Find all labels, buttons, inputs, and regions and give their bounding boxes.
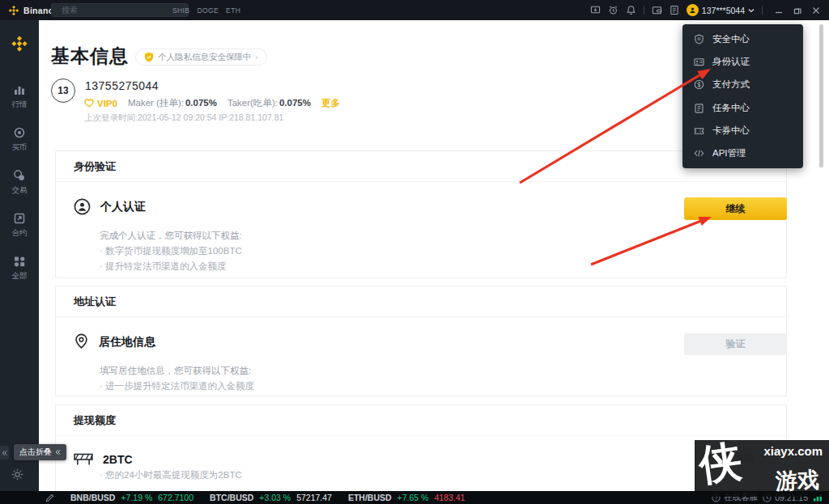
ticker-change: +3.03 %	[259, 493, 291, 502]
continue-button[interactable]: 继续	[684, 197, 787, 220]
desktop-app-icon[interactable]	[590, 5, 601, 15]
ticker-pair[interactable]: BTC/BUSD	[210, 493, 253, 502]
shield-icon	[694, 34, 704, 44]
vip-heart-icon	[84, 99, 94, 108]
privacy-protection-badge[interactable]: 个人隐私信息安全保障中 ›	[135, 49, 267, 66]
maker-fee: Maker (挂单):0.075%	[128, 97, 217, 109]
privacy-badge-text: 个人隐私信息安全保障中	[158, 52, 252, 63]
menu-item-coupon-center[interactable]: 卡券中心	[682, 119, 803, 142]
collapse-arrow-icon	[2, 450, 7, 456]
binance-logo-icon	[8, 5, 19, 16]
person-circle-icon	[74, 198, 91, 215]
menu-item-label: 卡券中心	[712, 125, 750, 137]
topbar-divider	[644, 6, 644, 15]
ticker-price: 672.7100	[158, 493, 193, 502]
contract-icon	[13, 212, 26, 225]
sidebar-item-trade[interactable]: 交易	[12, 169, 28, 196]
user-avatar-icon	[687, 4, 699, 16]
card-title: 提现额度	[56, 405, 786, 436]
identity-verification-card: 身份验证 个人认证 完成个人认证，您可获得以下权益: · 数字货币提现额度增加至…	[55, 150, 787, 278]
sidebar-item-futures[interactable]: 合约	[12, 212, 28, 239]
withdrawal-limit-value: 2BTC	[103, 453, 133, 466]
withdrawal-limit-card: 提现额度 2BTC · 您的24小时最高提现额度为2BTC	[55, 404, 787, 498]
ticker-price: 4183.41	[434, 493, 465, 502]
account-id: 13755275044	[85, 79, 159, 92]
taker-fee: Taker(吃单):0.075%	[227, 97, 311, 109]
menu-item-identity-verification[interactable]: 身份认证	[682, 50, 803, 73]
vip-fee-row: VIP0 Maker (挂单):0.075% Taker(吃单):0.075% …	[84, 97, 340, 109]
search-input[interactable]	[62, 6, 168, 15]
window-controls	[770, 6, 825, 15]
wallet-icon[interactable]	[652, 5, 662, 15]
grid-shapes-icon	[13, 255, 26, 268]
menu-item-payment-methods[interactable]: 支付方式	[682, 74, 803, 96]
topbar-divider	[762, 6, 763, 15]
alarm-icon[interactable]	[608, 5, 619, 15]
settings-gear-icon[interactable]	[11, 468, 24, 485]
pencil-icon[interactable]	[45, 493, 54, 502]
vip-level-tag[interactable]: VIP0	[84, 99, 117, 108]
menu-item-task-center[interactable]: 任务中心	[682, 96, 803, 119]
menu-item-label: 身份认证	[712, 56, 750, 68]
residence-info-row: 居住地信息	[74, 333, 786, 350]
shield-check-icon	[144, 52, 154, 62]
search-box[interactable]: SHIB DOGE ETH	[51, 3, 189, 17]
ticker-pairs: BNB/BUSD +7.19 % 672.7100 BTC/BUSD +3.03…	[45, 493, 465, 502]
ticker-price: 57217.47	[296, 493, 332, 502]
close-icon[interactable]	[812, 6, 820, 15]
sidebar-item-label: 全部	[12, 271, 28, 282]
card-title: 地址认证	[56, 286, 786, 317]
coins-exchange-icon	[13, 169, 26, 182]
watermark-name-right: 游戏	[775, 465, 819, 496]
hot-search-tags: SHIB DOGE ETH	[172, 6, 240, 15]
minimize-icon[interactable]	[775, 6, 783, 15]
orders-icon[interactable]	[670, 5, 679, 15]
user-menu-trigger[interactable]: 137***5044	[687, 4, 755, 16]
address-verification-card: 地址认证 居住地信息 填写居住地信息，您可获得以下权益: · 进一步提升特定法币…	[55, 286, 787, 396]
collapse-tooltip-text: 点击折叠	[19, 447, 52, 458]
notification-bell-icon[interactable]	[626, 5, 636, 15]
verify-button[interactable]: 验证	[684, 333, 787, 355]
residence-info-title: 居住地信息	[99, 335, 155, 349]
maximize-icon[interactable]	[793, 6, 801, 15]
fees-more-link[interactable]: 更多	[321, 97, 340, 109]
page-scrollbar-thumb[interactable]	[819, 24, 823, 167]
menu-item-label: 任务中心	[712, 102, 750, 114]
sidebar-item-markets[interactable]: 行情	[12, 83, 28, 110]
sidebar-item-buy-crypto[interactable]: 买币	[12, 126, 28, 153]
site-watermark: xiayx.com 侠 游戏	[695, 440, 829, 497]
last-login-info: 上次登录时间:2021-05-12 09:20:54 IP:218.81.107…	[84, 112, 283, 124]
chevron-right-icon: ›	[256, 53, 258, 61]
collapse-tooltip: 点击折叠	[14, 444, 66, 460]
personal-verification-title: 个人认证	[100, 200, 146, 214]
sidebar-item-all[interactable]: 全部	[12, 255, 28, 282]
ticker-change: +7.65 %	[397, 493, 429, 502]
user-dropdown-menu: 安全中心 身份认证 支付方式 任务中心 卡券中心 API管理	[682, 24, 803, 168]
watermark-site: xiayx.com	[763, 444, 823, 458]
left-sidebar: 行情 买币 交易 合约 全部	[0, 20, 39, 491]
top-navigation-bar: Binance SHIB DOGE ETH 137***5044	[0, 0, 829, 20]
ticker-pair[interactable]: BNB/BUSD	[70, 493, 115, 502]
identity-benefits-intro: 完成个人认证，您可获得以下权益:	[100, 230, 786, 242]
watermark-name-left: 侠	[695, 440, 745, 494]
collapse-arrow-icon	[55, 449, 61, 455]
menu-item-security-center[interactable]: 安全中心	[682, 28, 803, 50]
hot-tag-eth[interactable]: ETH	[226, 6, 240, 15]
personal-verification-row: 个人认证	[74, 198, 786, 215]
hot-tag-shib[interactable]: SHIB	[172, 6, 189, 15]
binance-app-window: Binance SHIB DOGE ETH 137***5044	[0, 0, 829, 504]
binance-logo-icon	[11, 35, 28, 53]
vip-level-text: VIP0	[97, 99, 117, 108]
address-benefits-intro: 填写居住地信息，您可获得以下权益:	[100, 365, 786, 377]
hot-tag-doge[interactable]: DOGE	[197, 6, 219, 15]
sidebar-collapse-handle[interactable]	[0, 446, 9, 460]
menu-item-api-management[interactable]: API管理	[682, 142, 803, 165]
dollar-circle-icon	[694, 79, 704, 90]
menu-item-label: API管理	[712, 147, 746, 159]
topbar-actions: 137***5044	[590, 0, 825, 20]
api-icon	[694, 148, 704, 159]
ticker-pair[interactable]: ETH/BUSD	[348, 493, 392, 502]
ticker-change: +7.19 %	[121, 493, 152, 502]
sidebar-binance-logo[interactable]	[11, 35, 28, 56]
avatar-number: 13	[57, 85, 68, 96]
